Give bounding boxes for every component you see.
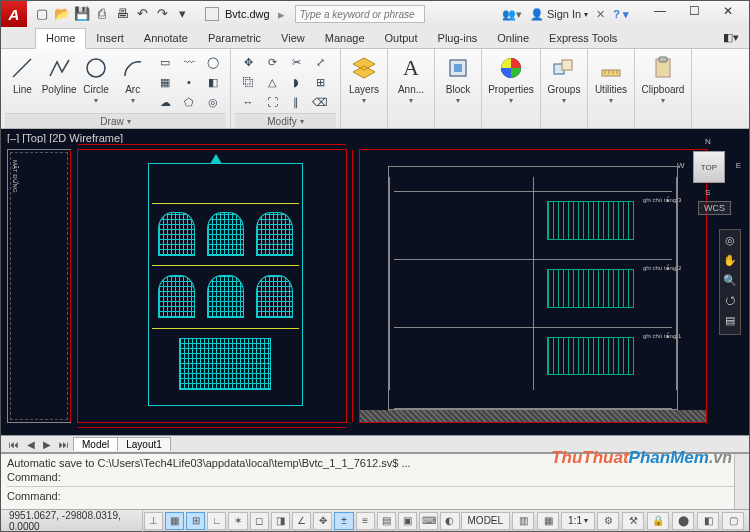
- dyn-icon[interactable]: ±: [334, 512, 353, 530]
- panel-utilities[interactable]: Utilities▾: [588, 49, 635, 128]
- modelspace-button[interactable]: MODEL: [461, 512, 511, 530]
- redo-icon[interactable]: ↷: [153, 5, 171, 23]
- point-icon[interactable]: •: [178, 73, 200, 91]
- spline-icon[interactable]: 〰: [178, 53, 200, 71]
- array-icon[interactable]: ⊞: [309, 73, 331, 91]
- exchange-icon[interactable]: ✕: [596, 8, 605, 21]
- signin-button[interactable]: 👤 Sign In ▾: [530, 8, 588, 21]
- annovis-icon[interactable]: ⚙: [597, 512, 619, 530]
- annotation-scale[interactable]: 1:1▾: [561, 512, 595, 530]
- panel-properties[interactable]: Properties▾: [482, 49, 541, 128]
- infocenter-icon[interactable]: 👥▾: [502, 8, 522, 21]
- wcs-label[interactable]: WCS: [698, 201, 731, 215]
- extend-icon[interactable]: ⤢: [309, 53, 331, 71]
- close-button[interactable]: ✕: [711, 4, 745, 24]
- tab-prev-icon[interactable]: ◀: [23, 439, 39, 450]
- tab-last-icon[interactable]: ⏭: [55, 439, 73, 450]
- ellipse-icon[interactable]: ◯: [202, 53, 224, 71]
- line-button[interactable]: Line: [5, 51, 40, 95]
- copy-icon[interactable]: ⿻: [237, 73, 259, 91]
- tab-online[interactable]: Online: [487, 29, 539, 48]
- tab-expresstools[interactable]: Express Tools: [539, 29, 627, 48]
- undo-icon[interactable]: ↶: [133, 5, 151, 23]
- tab-model[interactable]: Model: [73, 437, 118, 451]
- sc-icon[interactable]: ⌨: [419, 512, 438, 530]
- region-icon[interactable]: ◧: [202, 73, 224, 91]
- print-icon[interactable]: 🖶: [113, 5, 131, 23]
- steering-icon[interactable]: ◎: [722, 234, 738, 250]
- command-scrollbar[interactable]: [734, 454, 749, 509]
- cleanscreen-icon[interactable]: ▢: [722, 512, 744, 530]
- coordinates[interactable]: 9951.0627, -29808.0319, 0.0000: [1, 510, 143, 532]
- revision-icon[interactable]: ☁: [154, 93, 176, 111]
- qat-more-icon[interactable]: ▾: [173, 5, 191, 23]
- showmotion-icon[interactable]: ▤: [722, 314, 738, 330]
- tab-parametric[interactable]: Parametric: [198, 29, 271, 48]
- annotation-button[interactable]: AAnn...▾: [392, 51, 430, 105]
- mirror-icon[interactable]: △: [261, 73, 283, 91]
- grid-icon[interactable]: ⊞: [186, 512, 205, 530]
- orbit-icon[interactable]: ⭯: [722, 294, 738, 310]
- drawing-area[interactable]: [–] [Top] [2D Wireframe] MẶT ĐỨNG: [1, 129, 749, 435]
- block-button[interactable]: Block▾: [439, 51, 477, 105]
- viewcube-face[interactable]: TOP: [693, 151, 725, 183]
- stretch-icon[interactable]: ↔: [237, 93, 259, 111]
- ribbon-settings-icon[interactable]: ◧▾: [713, 28, 749, 48]
- rotate-icon[interactable]: ⟳: [261, 53, 283, 71]
- polyline-button[interactable]: Polyline: [42, 51, 77, 95]
- ducs-icon[interactable]: ✥: [313, 512, 332, 530]
- panel-block[interactable]: Block▾: [435, 49, 482, 128]
- rectangle-icon[interactable]: ▭: [154, 53, 176, 71]
- command-prompt[interactable]: Command:: [7, 486, 743, 503]
- model-space[interactable]: MẶT ĐỨNG: [7, 143, 709, 429]
- tab-output[interactable]: Output: [375, 29, 428, 48]
- donut-icon[interactable]: ◎: [202, 93, 224, 111]
- quickview-layouts-icon[interactable]: ▥: [512, 512, 534, 530]
- move-icon[interactable]: ✥: [237, 53, 259, 71]
- panel-annotation[interactable]: AAnn...▾: [388, 49, 435, 128]
- saveas-icon[interactable]: ⎙: [93, 5, 111, 23]
- quickview-drawings-icon[interactable]: ▦: [537, 512, 559, 530]
- tpy-icon[interactable]: ▤: [377, 512, 396, 530]
- tab-next-icon[interactable]: ▶: [39, 439, 55, 450]
- hardware-accel-icon[interactable]: ⬤: [672, 512, 694, 530]
- osnap-icon[interactable]: ◻: [250, 512, 269, 530]
- maximize-button[interactable]: ☐: [677, 4, 711, 24]
- snap-icon[interactable]: ▦: [165, 512, 184, 530]
- tab-layout1[interactable]: Layout1: [117, 437, 171, 451]
- lwt-icon[interactable]: ≡: [356, 512, 375, 530]
- utilities-button[interactable]: Utilities▾: [592, 51, 630, 105]
- tab-view[interactable]: View: [271, 29, 315, 48]
- zoom-icon[interactable]: 🔍: [722, 274, 738, 290]
- tab-manage[interactable]: Manage: [315, 29, 375, 48]
- am-icon[interactable]: ◐: [440, 512, 459, 530]
- hatch-icon[interactable]: ▦: [154, 73, 176, 91]
- panel-clipboard[interactable]: Clipboard▾: [635, 49, 692, 128]
- save-icon[interactable]: 💾: [73, 5, 91, 23]
- layers-button[interactable]: Layers▾: [345, 51, 383, 105]
- app-icon[interactable]: A: [1, 1, 27, 27]
- isolate-icon[interactable]: ◧: [697, 512, 719, 530]
- help-icon[interactable]: ? ▾: [613, 8, 629, 21]
- arc-button[interactable]: Arc▾: [115, 51, 150, 105]
- tab-plugins[interactable]: Plug-ins: [428, 29, 488, 48]
- otrack-icon[interactable]: ∠: [292, 512, 311, 530]
- polar-icon[interactable]: ✶: [228, 512, 247, 530]
- workspace-icon[interactable]: ⚒: [622, 512, 644, 530]
- clipboard-button[interactable]: Clipboard▾: [639, 51, 687, 105]
- offset-icon[interactable]: ∥: [285, 93, 307, 111]
- tab-annotate[interactable]: Annotate: [134, 29, 198, 48]
- infer-constraints-icon[interactable]: ⊥: [144, 512, 163, 530]
- search-input[interactable]: [295, 5, 425, 23]
- open-icon[interactable]: 📂: [53, 5, 71, 23]
- ortho-icon[interactable]: ∟: [207, 512, 226, 530]
- new-icon[interactable]: ▢: [33, 5, 51, 23]
- qp-icon[interactable]: ▣: [398, 512, 417, 530]
- scale-icon[interactable]: ⛶: [261, 93, 283, 111]
- tab-first-icon[interactable]: ⏮: [5, 439, 23, 450]
- panel-groups[interactable]: Groups▾: [541, 49, 588, 128]
- lock-icon[interactable]: 🔒: [647, 512, 669, 530]
- tab-home[interactable]: Home: [35, 28, 86, 49]
- fillet-icon[interactable]: ◗: [285, 73, 307, 91]
- pan-icon[interactable]: ✋: [722, 254, 738, 270]
